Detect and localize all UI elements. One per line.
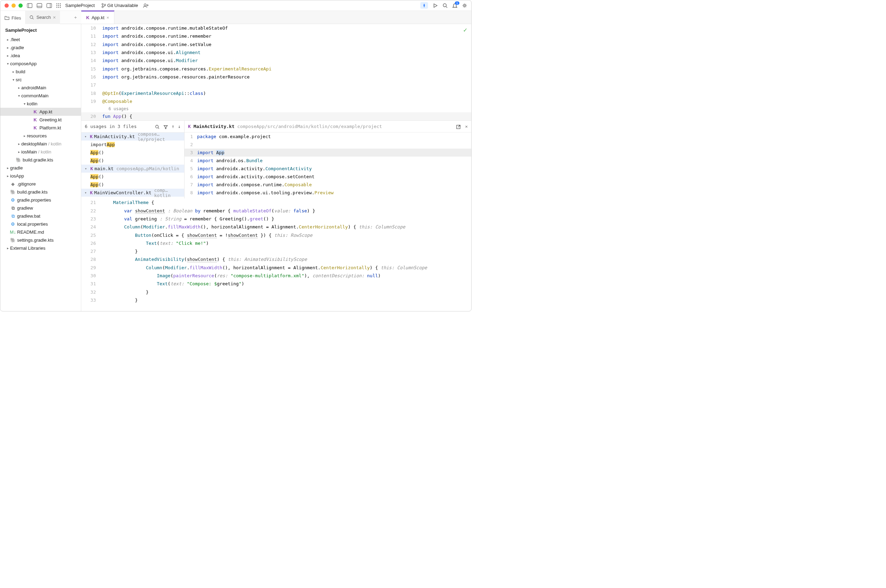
editor-top[interactable]: ✓ 10import androidx.compose.runtime.muta… xyxy=(81,24,471,120)
run-icon[interactable] xyxy=(433,3,438,8)
add-collaborator-icon[interactable] xyxy=(143,3,149,8)
close-window[interactable] xyxy=(5,3,9,8)
add-tab-icon[interactable]: ＋ xyxy=(70,14,81,21)
apps-icon[interactable] xyxy=(56,3,61,8)
svg-line-22 xyxy=(446,7,447,8)
close-icon[interactable]: × xyxy=(107,15,109,20)
close-preview-icon[interactable]: × xyxy=(465,124,468,129)
tree-item[interactable]: ⚙local.properties xyxy=(0,220,81,228)
panel-right-icon[interactable] xyxy=(47,3,52,8)
preview-filename: MainActivity.kt xyxy=(194,124,234,129)
tree-item[interactable]: M↓README.md xyxy=(0,228,81,236)
tree-item[interactable]: ▾kotlin xyxy=(0,100,81,108)
svg-point-26 xyxy=(156,125,158,128)
svg-point-12 xyxy=(57,7,57,8)
tree-item[interactable]: KGreeting.kt xyxy=(0,116,81,124)
git-branch-icon[interactable] xyxy=(101,3,106,8)
sidebar-tab-search[interactable]: Search × xyxy=(25,11,60,24)
close-icon[interactable]: × xyxy=(53,15,56,20)
kotlin-file-icon: K xyxy=(86,15,89,20)
usage-occurrence[interactable]: App() xyxy=(81,157,184,165)
usages-count: 6 usages in 3 files xyxy=(85,124,152,129)
sidebar-tab-files[interactable]: Files xyxy=(0,11,25,24)
find-usages-panel: 6 usages in 3 files ↑ ↓ ▾KMainActivity.k… xyxy=(81,120,471,198)
maximize-window[interactable] xyxy=(18,3,23,8)
usage-file-group[interactable]: ▾Kmain.kt composeApp…pMain/kotlin xyxy=(81,165,184,172)
svg-point-17 xyxy=(104,4,106,6)
tree-item[interactable]: ▸iosApp xyxy=(0,172,81,180)
svg-point-14 xyxy=(60,7,61,8)
settings-icon[interactable] xyxy=(462,3,467,8)
tree-item[interactable]: ▸build xyxy=(0,68,81,76)
project-title: SampleProject xyxy=(0,24,81,36)
svg-point-7 xyxy=(58,3,59,4)
panel-left-icon[interactable] xyxy=(27,3,32,8)
ai-assistant-icon[interactable] xyxy=(420,2,428,9)
tree-item[interactable]: ▸.idea xyxy=(0,52,81,60)
search-icon[interactable] xyxy=(443,3,448,8)
project-tree[interactable]: SampleProject ▸.fleet▸.gradle▸.idea▾comp… xyxy=(0,24,81,311)
window-controls xyxy=(5,3,23,8)
svg-line-25 xyxy=(32,18,33,19)
search-icon xyxy=(29,15,34,20)
tree-item[interactable]: ▾src xyxy=(0,76,81,84)
usage-file-group[interactable]: ▾KMainActivity.kt compose…le/project xyxy=(81,132,184,141)
next-occurrence-icon[interactable]: ↓ xyxy=(178,124,181,129)
git-status[interactable]: Git Unavailable xyxy=(107,3,138,8)
open-in-editor-icon[interactable] xyxy=(456,124,461,129)
notification-count: 1 xyxy=(455,2,460,5)
tree-item[interactable]: KApp.kt xyxy=(0,108,81,116)
tree-item[interactable]: ▸resources xyxy=(0,132,81,140)
tree-item[interactable]: 🐘build.gradle.kts xyxy=(0,188,81,196)
tree-item[interactable]: ▸.fleet xyxy=(0,36,81,44)
svg-point-18 xyxy=(144,4,146,6)
tree-item[interactable]: 🐘settings.gradle.kts xyxy=(0,236,81,244)
svg-point-10 xyxy=(58,5,59,6)
tree-item[interactable]: ⧉gradlew xyxy=(0,204,81,212)
svg-rect-2 xyxy=(37,3,42,8)
tree-item[interactable]: ▸.gradle xyxy=(0,44,81,52)
folder-icon xyxy=(5,15,9,20)
tree-item[interactable]: ◆.gitignore xyxy=(0,180,81,188)
svg-point-16 xyxy=(102,6,103,8)
editor-tab-app[interactable]: K App.kt × xyxy=(81,10,114,24)
editor-bottom[interactable]: 21 MaterialTheme {22 var showContent : B… xyxy=(81,198,471,311)
tree-item[interactable]: ▸gradle xyxy=(0,164,81,172)
svg-point-6 xyxy=(57,3,57,4)
usage-file-group[interactable]: ▾KMainViewController.kt comp…kotlin xyxy=(81,189,184,197)
svg-point-8 xyxy=(60,3,61,4)
project-name[interactable]: SampleProject xyxy=(65,3,95,8)
svg-point-21 xyxy=(443,4,446,7)
tree-item[interactable]: ▾composeApp xyxy=(0,60,81,68)
titlebar: SampleProject Git Unavailable 1 xyxy=(0,0,471,11)
filter-icon[interactable] xyxy=(163,124,168,129)
tree-item[interactable]: KPlatform.kt xyxy=(0,124,81,132)
preview-path: composeApp/src/androidMain/kotlin/com/ex… xyxy=(237,124,382,129)
tree-item[interactable]: ▸androidMain xyxy=(0,84,81,92)
tree-item[interactable]: ▾commonMain xyxy=(0,92,81,100)
svg-point-23 xyxy=(464,5,466,7)
usage-occurrence[interactable]: App() xyxy=(81,172,184,181)
usage-occurrence[interactable]: App() xyxy=(81,148,184,157)
svg-point-9 xyxy=(57,5,57,6)
inspection-ok-icon[interactable]: ✓ xyxy=(463,26,467,33)
svg-point-24 xyxy=(30,16,33,18)
prev-occurrence-icon[interactable]: ↑ xyxy=(172,124,174,129)
minimize-window[interactable] xyxy=(12,3,16,8)
tree-item[interactable]: ⧉gradlew.bat xyxy=(0,212,81,220)
search-icon[interactable] xyxy=(155,124,160,129)
tabs-row: Files Search × ＋ K App.kt × xyxy=(0,11,471,24)
tree-item[interactable]: ▸iosMain / kotlin xyxy=(0,148,81,156)
tree-item[interactable]: ⚙gradle.properties xyxy=(0,196,81,204)
svg-rect-0 xyxy=(27,3,32,8)
notifications-icon[interactable]: 1 xyxy=(452,3,457,8)
tree-item[interactable]: ▸External Libraries xyxy=(0,244,81,252)
tree-item[interactable]: ▸desktopMain / kotlin xyxy=(0,140,81,148)
preview-editor[interactable]: 1package com.example.project23import App… xyxy=(185,132,471,198)
tree-item[interactable]: 🐘build.gradle.kts xyxy=(0,156,81,164)
svg-point-11 xyxy=(60,5,61,6)
usages-inline-hint[interactable]: 6 usages xyxy=(81,105,471,112)
svg-point-13 xyxy=(58,7,59,8)
kotlin-file-icon: K xyxy=(188,124,191,129)
panel-bottom-icon[interactable] xyxy=(37,3,42,8)
